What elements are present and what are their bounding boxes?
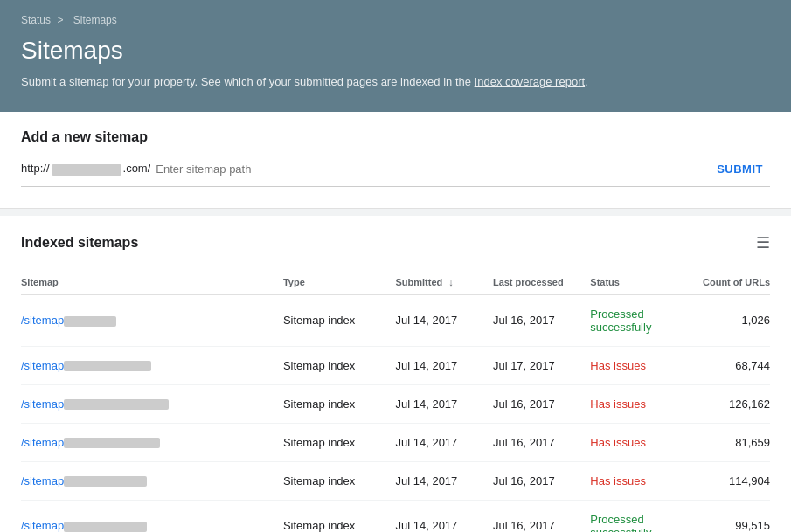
cell-sitemap[interactable]: /sitemap [21,384,283,423]
cell-sitemap[interactable]: /sitemap [21,294,283,346]
hero-description-text: Submit a sitemap for your property. See … [21,75,471,88]
table-row: /sitemap Sitemap index Jul 14, 2017 Jul … [21,384,770,423]
cell-type: Sitemap index [283,346,396,384]
cell-sitemap[interactable]: /sitemap [21,500,283,532]
cell-type: Sitemap index [283,294,396,346]
status-badge: Processed successfully [590,513,651,533]
status-badge: Has issues [590,397,646,411]
cell-submitted: Jul 14, 2017 [396,384,493,423]
status-badge: Has issues [590,359,646,372]
status-badge: Has issues [590,474,646,487]
cell-last-processed: Jul 16, 2017 [493,423,590,461]
add-sitemap-heading: Add a new sitemap [21,129,770,145]
cell-last-processed: Jul 16, 2017 [493,500,590,532]
sitemaps-table: Sitemap Type Submitted ↓ Last processed … [21,270,770,533]
breadcrumb-status-link[interactable]: Status [21,14,51,26]
cell-status: Processed successfully [590,294,695,346]
hero-description-end: . [585,75,588,88]
cell-submitted: Jul 14, 2017 [396,500,493,532]
section-header: Indexed sitemaps ☰ [21,233,770,252]
cell-last-processed: Jul 16, 2017 [493,461,590,500]
cell-type: Sitemap index [283,384,396,423]
indexed-sitemaps-heading: Indexed sitemaps [21,235,138,251]
table-header-row: Sitemap Type Submitted ↓ Last processed … [21,270,770,295]
cell-count: 68,744 [695,346,770,384]
hero-description: Submit a sitemap for your property. See … [21,73,770,91]
cell-count: 126,162 [695,384,770,423]
cell-count: 81,659 [695,423,770,461]
breadcrumb-separator: > [57,14,63,26]
cell-last-processed: Jul 16, 2017 [493,294,590,346]
table-row: /sitemap Sitemap index Jul 14, 2017 Jul … [21,500,770,532]
table-row: /sitemap Sitemap index Jul 14, 2017 Jul … [21,423,770,461]
cell-status: Processed successfully [590,500,695,532]
cell-count: 114,904 [695,461,770,500]
col-header-sitemap: Sitemap [21,270,283,295]
submit-button[interactable]: SUBMIT [710,159,770,179]
cell-type: Sitemap index [283,423,396,461]
table-row: /sitemap Sitemap index Jul 14, 2017 Jul … [21,346,770,384]
filter-icon[interactable]: ☰ [756,233,770,252]
cell-submitted: Jul 14, 2017 [396,346,493,384]
cell-count: 99,515 [695,500,770,532]
col-header-status: Status [590,270,695,295]
cell-last-processed: Jul 16, 2017 [493,384,590,423]
url-prefix: http:// .com/ [21,162,150,175]
add-sitemap-card: Add a new sitemap http:// .com/ SUBMIT [0,112,791,209]
cell-submitted: Jul 14, 2017 [396,423,493,461]
sitemap-path-input[interactable] [150,161,710,177]
index-coverage-link[interactable]: Index coverage report [475,75,585,88]
status-badge: Processed successfully [590,307,651,334]
status-badge: Has issues [590,436,646,449]
cell-type: Sitemap index [283,461,396,500]
col-header-count: Count of URLs [695,270,770,295]
cell-sitemap[interactable]: /sitemap [21,461,283,500]
cell-sitemap[interactable]: /sitemap [21,346,283,384]
cell-sitemap[interactable]: /sitemap [21,423,283,461]
cell-type: Sitemap index [283,500,396,532]
cell-last-processed: Jul 17, 2017 [493,346,590,384]
col-header-type: Type [283,270,396,295]
sort-arrow-icon: ↓ [448,277,454,287]
cell-submitted: Jul 14, 2017 [396,294,493,346]
cell-status: Has issues [590,346,695,384]
table-row: /sitemap Sitemap index Jul 14, 2017 Jul … [21,294,770,346]
col-header-last-processed: Last processed [493,270,590,295]
page-title: Sitemaps [21,37,770,65]
table-row: /sitemap Sitemap index Jul 14, 2017 Jul … [21,461,770,500]
cell-count: 1,026 [695,294,770,346]
cell-status: Has issues [590,461,695,500]
cell-submitted: Jul 14, 2017 [396,461,493,500]
sitemap-input-row: http:// .com/ SUBMIT [21,159,770,187]
col-header-submitted[interactable]: Submitted ↓ [396,270,493,295]
cell-status: Has issues [590,423,695,461]
breadcrumb-current: Sitemaps [73,14,117,26]
breadcrumb: Status > Sitemaps [21,14,770,26]
hero-section: Status > Sitemaps Sitemaps Submit a site… [0,0,791,112]
indexed-sitemaps-section: Indexed sitemaps ☰ Sitemap Type Submitte… [0,216,791,533]
cell-status: Has issues [590,384,695,423]
